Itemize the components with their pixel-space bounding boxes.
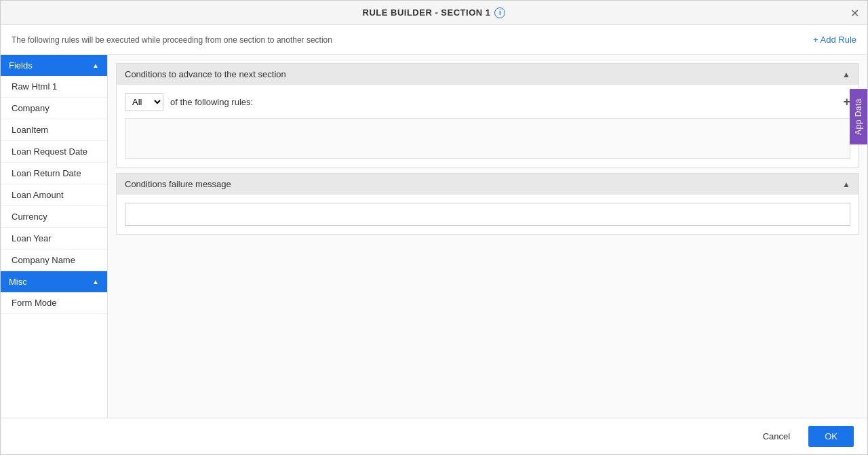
sidebar-fields-label: Fields — [9, 60, 33, 71]
conditions-advance-card: Conditions to advance to the next sectio… — [116, 63, 859, 167]
conditions-advance-body: All Any of the following rules: + — [117, 85, 859, 167]
all-any-select[interactable]: All Any — [125, 93, 163, 111]
sidebar-item-companyname[interactable]: Company Name — [1, 250, 107, 271]
sidebar-misc-items: Form Mode — [1, 292, 107, 314]
main-content: Fields ▲ Raw Html 1 Company LoanItem Loa… — [1, 55, 867, 418]
sidebar-fields-header[interactable]: Fields ▲ — [1, 55, 107, 76]
ok-button[interactable]: OK — [808, 426, 854, 447]
dialog-title: RULE BUILDER - SECTION 1 — [363, 7, 491, 18]
failure-message-card: Conditions failure message ▲ — [116, 173, 859, 235]
conditions-advance-header[interactable]: Conditions to advance to the next sectio… — [117, 64, 859, 85]
close-button[interactable]: ✕ — [850, 6, 859, 19]
subtitle-bar: The following rules will be executed whi… — [1, 25, 867, 55]
failure-message-title: Conditions failure message — [125, 179, 231, 189]
rule-row: All Any of the following rules: + — [125, 93, 850, 111]
footer: Cancel OK — [1, 418, 867, 454]
info-icon[interactable]: i — [494, 7, 505, 18]
sidebar: Fields ▲ Raw Html 1 Company LoanItem Loa… — [1, 55, 108, 418]
chevron-up-misc-icon: ▲ — [92, 278, 99, 285]
conditions-content-area — [125, 118, 850, 159]
add-rule-button[interactable]: + Add Rule — [813, 35, 856, 45]
sidebar-item-loanrequestdate[interactable]: Loan Request Date — [1, 141, 107, 163]
sidebar-item-loanitem[interactable]: LoanItem — [1, 119, 107, 141]
sidebar-misc-label: Misc — [9, 277, 27, 287]
failure-message-body — [117, 195, 859, 234]
conditions-advance-title: Conditions to advance to the next sectio… — [125, 69, 286, 79]
sidebar-item-formmode[interactable]: Form Mode — [1, 292, 107, 314]
sidebar-misc-header[interactable]: Misc ▲ — [1, 271, 107, 292]
app-data-tab[interactable]: App Data — [850, 89, 867, 144]
sidebar-item-loanreturndate[interactable]: Loan Return Date — [1, 163, 107, 184]
sidebar-item-currency[interactable]: Currency — [1, 206, 107, 228]
sidebar-item-company[interactable]: Company — [1, 98, 107, 119]
sidebar-item-loanyear[interactable]: Loan Year — [1, 228, 107, 250]
following-rules-label: of the following rules: — [170, 97, 253, 107]
sidebar-fields-items: Raw Html 1 Company LoanItem Loan Request… — [1, 76, 107, 271]
failure-message-input[interactable] — [125, 203, 850, 226]
sidebar-item-rawhtml1[interactable]: Raw Html 1 — [1, 76, 107, 98]
chevron-up-failure-icon: ▲ — [842, 180, 850, 189]
failure-message-header[interactable]: Conditions failure message ▲ — [117, 174, 859, 195]
chevron-up-icon: ▲ — [92, 62, 99, 69]
title-bar: RULE BUILDER - SECTION 1 i ✕ — [1, 1, 867, 25]
cancel-button[interactable]: Cancel — [751, 425, 802, 448]
subtitle-text: The following rules will be executed whi… — [12, 35, 332, 45]
sidebar-item-loanamount[interactable]: Loan Amount — [1, 184, 107, 206]
right-panel: Conditions to advance to the next sectio… — [108, 55, 867, 418]
chevron-up-conditions-icon: ▲ — [842, 70, 850, 79]
